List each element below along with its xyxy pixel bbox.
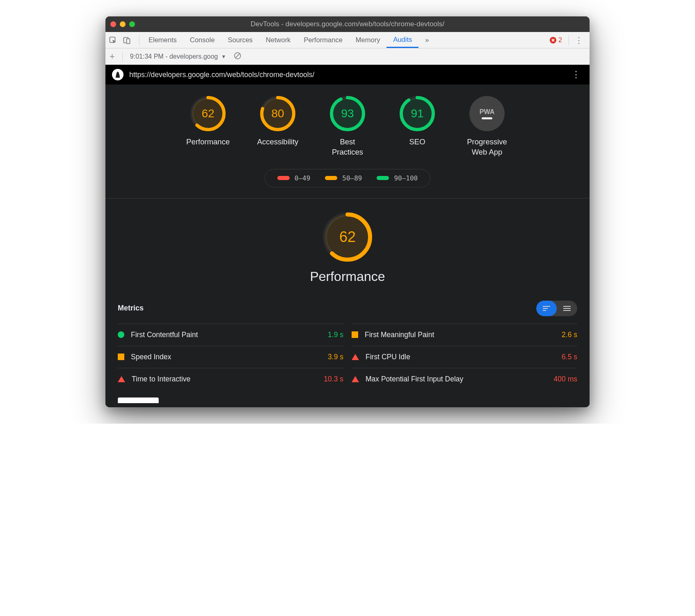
metric-value: 6.5 s	[562, 353, 577, 361]
score-gauge-best-practices[interactable]: 93 BestPractices	[322, 96, 373, 157]
status-avg-icon	[118, 354, 124, 360]
device-toolbar-icon[interactable]	[123, 36, 131, 44]
view-trace-button-peek[interactable]	[118, 397, 159, 403]
zoom-window-button[interactable]	[129, 21, 135, 27]
metrics-view-summary[interactable]	[536, 301, 557, 316]
score-gauge-seo[interactable]: 91 SEO	[391, 96, 443, 157]
tab-memory[interactable]: Memory	[349, 32, 387, 48]
clear-report-button[interactable]	[233, 52, 242, 62]
titlebar: DevTools - developers.google.com/web/too…	[105, 16, 590, 32]
lighthouse-icon	[112, 69, 123, 80]
score-gauge-accessibility[interactable]: 80 Accessibility	[252, 96, 304, 157]
score-gauge-pwa[interactable]: PWA ProgressiveWeb App	[461, 96, 513, 157]
metric-row[interactable]: Max Potential First Input Delay 400 ms	[352, 368, 577, 390]
tab-elements[interactable]: Elements	[142, 32, 183, 48]
devtools-menu-button[interactable]: ⋮	[572, 35, 586, 45]
chevron-down-icon: ▼	[221, 54, 226, 59]
pwa-icon: PWA	[469, 96, 505, 131]
new-audit-button[interactable]: +	[110, 51, 115, 62]
metrics-view-detail[interactable]	[557, 301, 577, 316]
score-legend: 0–49 50–89 90–100	[265, 169, 431, 187]
tab-performance[interactable]: Performance	[297, 32, 349, 48]
metric-value: 1.9 s	[328, 331, 343, 339]
metric-value: 3.9 s	[328, 353, 343, 361]
audited-url: https://developers.google.com/web/tools/…	[129, 71, 314, 79]
metric-row[interactable]: First CPU Idle 6.5 s	[352, 346, 577, 368]
metric-value: 400 ms	[554, 375, 577, 383]
legend-fail-swatch	[277, 176, 290, 180]
metrics-heading: Metrics	[118, 304, 144, 313]
traffic-lights	[110, 21, 135, 27]
metric-row[interactable]: First Meaningful Paint 2.6 s	[352, 324, 577, 346]
tab-console[interactable]: Console	[183, 32, 222, 48]
gauge-label: Accessibility	[257, 137, 299, 147]
close-window-button[interactable]	[110, 21, 116, 27]
metric-value: 2.6 s	[562, 331, 577, 339]
metric-name: First Contentful Paint	[131, 331, 321, 339]
status-fail-icon	[352, 376, 359, 382]
metric-name: Max Potential First Input Delay	[366, 375, 547, 383]
metrics-view-toggle[interactable]	[536, 301, 577, 316]
minimize-window-button[interactable]	[120, 21, 126, 27]
gauge-label: ProgressiveWeb App	[467, 137, 507, 157]
legend-pass-swatch	[377, 176, 389, 180]
metric-row[interactable]: Time to Interactive 10.3 s	[118, 368, 343, 390]
svg-rect-2	[127, 39, 130, 43]
metric-name: First Meaningful Paint	[365, 331, 555, 339]
console-errors-badge[interactable]: 2	[546, 37, 566, 44]
tab-audits[interactable]: Audits	[386, 32, 418, 48]
status-fail-icon	[352, 354, 359, 360]
status-pass-icon	[118, 331, 124, 338]
audits-toolbar: + 9:01:34 PM - developers.goog ▼	[105, 48, 590, 65]
lighthouse-report: 62 Performance 80 Accessibility 93 BestP…	[105, 84, 590, 407]
performance-section-title: Performance	[310, 269, 385, 284]
score-gauges: 62 Performance 80 Accessibility 93 BestP…	[105, 84, 590, 165]
report-menu-button[interactable]: ⋮	[569, 69, 583, 80]
tab-network[interactable]: Network	[259, 32, 297, 48]
metric-name: First CPU Idle	[366, 353, 555, 361]
devtools-window: DevTools - developers.google.com/web/too…	[105, 16, 590, 407]
gauge-label: SEO	[409, 137, 425, 147]
metric-name: Time to Interactive	[132, 375, 317, 383]
metric-row[interactable]: Speed Index 3.9 s	[118, 346, 343, 368]
legend-avg-swatch	[325, 176, 337, 180]
window-title: DevTools - developers.google.com/web/too…	[105, 20, 590, 28]
performance-main-gauge: 62	[323, 212, 372, 262]
report-selector[interactable]: 9:01:34 PM - developers.goog ▼	[130, 53, 226, 60]
metric-name: Speed Index	[131, 353, 321, 361]
metrics-header: Metrics	[105, 296, 590, 324]
more-tabs-button[interactable]: »	[418, 32, 435, 48]
devtools-tabs-bar: Elements Console Sources Network Perform…	[105, 32, 590, 48]
metric-row[interactable]: First Contentful Paint 1.9 s	[118, 324, 343, 346]
status-avg-icon	[352, 331, 358, 338]
gauge-label: BestPractices	[332, 137, 363, 157]
status-fail-icon	[118, 376, 125, 382]
score-gauge-performance[interactable]: 62 Performance	[182, 96, 234, 157]
inspect-element-icon[interactable]	[109, 36, 117, 44]
performance-section-header: 62 Performance	[105, 198, 590, 296]
metric-value: 10.3 s	[324, 375, 343, 383]
metrics-grid: First Contentful Paint 1.9 s First Meani…	[105, 324, 590, 390]
tab-sources[interactable]: Sources	[221, 32, 259, 48]
lighthouse-url-bar: https://developers.google.com/web/tools/…	[105, 65, 590, 84]
gauge-label: Performance	[186, 137, 230, 147]
